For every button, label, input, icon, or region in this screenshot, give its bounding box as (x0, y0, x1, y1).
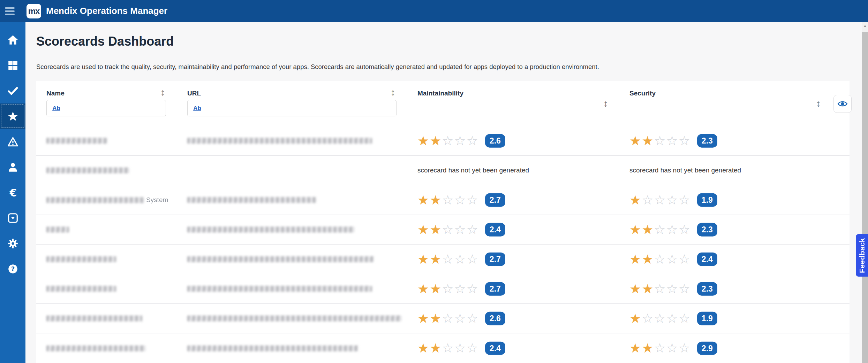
redacted-app-url (187, 197, 316, 203)
inbox-download-icon (7, 213, 18, 224)
euro-icon: € (7, 187, 18, 198)
page-title: Scorecards Dashboard (36, 34, 174, 49)
maintainability-stars: ★★☆☆☆ (417, 283, 479, 295)
maintainability-score-badge: 2.7 (485, 253, 505, 266)
sidebar-item-checks[interactable] (0, 78, 25, 103)
sidebar-item-users[interactable] (0, 154, 25, 180)
table-row[interactable]: ★★☆☆☆2.7 ★★☆☆☆2.3 (36, 274, 850, 304)
security-score-badge: 1.9 (697, 193, 717, 207)
redacted-app-name (46, 197, 144, 203)
url-filter-input[interactable] (207, 100, 396, 116)
security-score-badge: 1.9 (697, 312, 717, 325)
help-circle-icon: ? (7, 263, 18, 275)
column-header-maintainability: Maintainability (417, 90, 463, 97)
maintainability-score-badge: 2.4 (485, 223, 505, 237)
sort-icon-maintainability[interactable]: ↕ (603, 99, 608, 108)
security-stars: ★★☆☆☆ (629, 283, 691, 295)
feedback-button-label: Feedback (858, 238, 866, 273)
security-stars: ★★☆☆☆ (629, 223, 691, 236)
scrollbar-up-arrow-icon[interactable]: ▲ (862, 22, 868, 30)
table-row[interactable]: ★★☆☆☆2.6 ★☆☆☆☆1.9 (36, 304, 850, 333)
maintainability-stars: ★★☆☆☆ (417, 342, 479, 355)
home-icon (7, 34, 18, 46)
maintainability-score-badge: 2.7 (485, 282, 505, 296)
no-scorecard-text: scorecard has not yet been generated (417, 167, 529, 174)
vertical-scrollbar[interactable]: ▲ (862, 22, 868, 363)
sidebar-item-help[interactable]: ? (0, 256, 25, 281)
maintainability-stars: ★★☆☆☆ (417, 134, 479, 147)
scrollbar-thumb[interactable] (862, 32, 868, 363)
person-icon (7, 162, 18, 173)
redacted-app-name (46, 227, 69, 233)
column-header-url: URL (187, 90, 201, 97)
sidebar-item-apps[interactable] (0, 53, 25, 78)
column-visibility-button[interactable] (833, 95, 852, 113)
main-content: Scorecards Dashboard Scorecards are used… (25, 22, 868, 363)
security-score-badge: 2.3 (697, 282, 717, 296)
maintainability-stars: ★★☆☆☆ (417, 223, 479, 236)
redacted-app-url (187, 138, 372, 144)
top-bar: mx Mendix Operations Manager (0, 0, 868, 22)
sidebar-item-home[interactable] (0, 27, 25, 53)
maintainability-score-badge: 2.4 (485, 341, 505, 355)
table-row[interactable]: ★★☆☆☆2.6 ★★☆☆☆2.3 (36, 126, 850, 156)
security-stars: ★☆☆☆☆ (629, 312, 691, 325)
table-header: Name ↕ Ab URL ↕ Ab Maintainability ↕ Sec… (36, 81, 850, 126)
maintainability-stars: ★★☆☆☆ (417, 253, 479, 266)
sidebar-item-costs[interactable]: € (0, 180, 25, 205)
sort-icon-name[interactable]: ↕ (160, 88, 165, 97)
security-score-badge: 2.9 (697, 341, 717, 355)
scorecards-table: Name ↕ Ab URL ↕ Ab Maintainability ↕ Sec… (36, 81, 850, 363)
sidebar-item-settings[interactable] (0, 231, 25, 256)
security-stars: ★★☆☆☆ (629, 253, 691, 266)
security-score-badge: 2.3 (697, 223, 717, 237)
sidebar-item-scorecards[interactable] (0, 103, 25, 129)
security-score-badge: 2.4 (697, 253, 717, 266)
feedback-button[interactable]: Feedback (856, 234, 868, 277)
sidebar-item-deployments[interactable] (0, 205, 25, 231)
column-header-security: Security (629, 90, 656, 97)
column-header-name: Name (46, 90, 65, 97)
maintainability-score-badge: 2.6 (485, 134, 505, 148)
table-row[interactable]: ★★☆☆☆2.4 ★★☆☆☆2.9 (36, 333, 850, 363)
no-scorecard-text: scorecard has not yet been generated (629, 167, 741, 174)
redacted-app-name (46, 138, 107, 144)
warning-triangle-icon (7, 136, 18, 147)
redacted-app-name (46, 168, 129, 173)
redacted-app-name (46, 286, 116, 292)
maintainability-stars: ★★☆☆☆ (417, 312, 479, 325)
hamburger-menu-icon[interactable] (5, 0, 21, 22)
checkmark-icon (7, 85, 18, 96)
redacted-app-url (187, 345, 358, 351)
sort-icon-url[interactable]: ↕ (391, 88, 395, 97)
eye-icon (837, 100, 848, 108)
sidebar-item-alerts[interactable] (0, 129, 25, 154)
url-filter-type-button[interactable]: Ab (188, 100, 207, 116)
page-description: Scorecards are used to track the quality… (36, 63, 599, 71)
redacted-app-url (187, 316, 402, 322)
gear-icon (7, 238, 18, 249)
security-stars: ★★☆☆☆ (629, 342, 691, 355)
table-row[interactable]: System ★★☆☆☆2.7 ★☆☆☆☆1.9 (36, 185, 850, 215)
table-row[interactable]: ★★☆☆☆2.4 ★★☆☆☆2.3 (36, 215, 850, 245)
security-stars: ★☆☆☆☆ (629, 194, 691, 207)
table-row[interactable]: scorecard has not yet been generated sco… (36, 156, 850, 185)
sort-icon-security[interactable]: ↕ (816, 99, 821, 108)
sidebar-nav: € ? (0, 22, 25, 363)
name-filter-input[interactable] (66, 100, 166, 116)
app-title: Mendix Operations Manager (46, 6, 167, 16)
svg-text:€: € (9, 187, 17, 198)
name-filter-type-button[interactable]: Ab (47, 100, 66, 116)
name-filter: Ab (46, 100, 166, 116)
apps-grid-icon (7, 60, 18, 71)
mendix-logo: mx (27, 4, 41, 18)
security-stars: ★★☆☆☆ (629, 134, 691, 147)
maintainability-score-badge: 2.7 (485, 193, 505, 207)
maintainability-stars: ★★☆☆☆ (417, 194, 479, 207)
redacted-app-name (46, 256, 116, 262)
star-icon (7, 111, 18, 122)
table-row[interactable]: ★★☆☆☆2.7 ★★☆☆☆2.4 (36, 245, 850, 274)
redacted-app-name (46, 316, 142, 322)
maintainability-score-badge: 2.6 (485, 312, 505, 325)
redacted-app-url (187, 256, 374, 262)
